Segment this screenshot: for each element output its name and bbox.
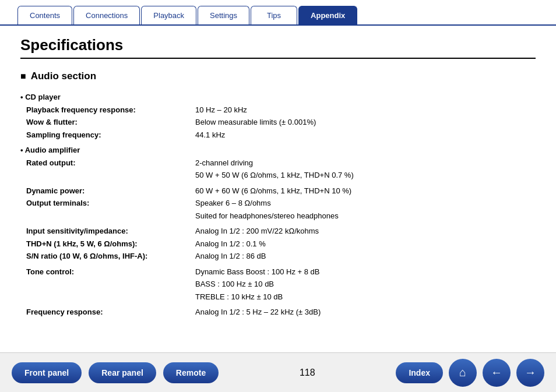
remote-button[interactable]: Remote <box>163 362 219 383</box>
spec-value-sn-ratio: Analog In 1/2 : 86 dB <box>195 250 536 263</box>
spec-label-input-sensitivity: Input sensitivity/impedance: <box>20 222 195 238</box>
bullet-audio-amp: Audio amplifier <box>20 141 536 157</box>
spec-value-wow-flutter: Below measurable limits (± 0.001%) <box>195 116 536 129</box>
spec-label-rated-output: Rated output: <box>20 157 195 169</box>
back-button[interactable]: ← <box>483 359 511 387</box>
bullet-cd-player: CD player <box>20 88 536 104</box>
forward-icon: → <box>525 366 536 379</box>
spec-value-input-sensitivity: Analog In 1/2 : 200 mV/22 kΩ/kohms <box>195 222 536 238</box>
spec-label-wow-flutter: Wow & flutter: <box>20 116 195 129</box>
tab-settings[interactable]: Settings <box>198 6 249 24</box>
spec-row-rated-output-extra: 50 W + 50 W (6 Ω/ohms, 1 kHz, THD+N 0.7 … <box>20 169 536 182</box>
tab-playback[interactable]: Playback <box>141 6 196 24</box>
spec-label-dynamic-power: Dynamic power: <box>20 182 195 197</box>
spec-value-tone-control-extra2: TREBLE : 10 kHz ± 10 dB <box>195 291 536 303</box>
spec-row-input-sensitivity: Input sensitivity/impedance: Analog In 1… <box>20 222 536 238</box>
cd-player-label: CD player <box>20 93 61 101</box>
rear-panel-button[interactable]: Rear panel <box>89 362 156 383</box>
right-icons: ⌂ ← → <box>443 359 544 387</box>
spec-label-sn-ratio: S/N ratio (10 W, 6 Ω/ohms, IHF-A): <box>20 250 195 263</box>
spec-label-sampling-freq: Sampling frequency: <box>20 129 195 142</box>
spec-label-tone-control: Tone control: <box>20 263 195 278</box>
spec-row-playback-freq: Playback frequency response: 10 Hz – 20 … <box>20 104 536 116</box>
spec-row-wow-flutter: Wow & flutter: Below measurable limits (… <box>20 116 536 129</box>
back-icon: ← <box>491 366 502 379</box>
spec-value-dynamic-power: 60 W + 60 W (6 Ω/ohms, 1 kHz, THD+N 10 %… <box>195 182 536 197</box>
tab-tips[interactable]: Tips <box>251 6 297 24</box>
page-number: 118 <box>237 368 377 378</box>
tab-connections[interactable]: Connections <box>73 6 140 24</box>
spec-value-output-terminals-extra: Suited for headphones/stereo headphones <box>195 210 536 223</box>
audio-amp-label: Audio amplifier <box>20 146 80 154</box>
main-content: Specifications Audio section CD player P… <box>0 26 556 324</box>
spec-value-thd: Analog In 1/2 : 0.1 % <box>195 238 536 250</box>
page-title: Specifications <box>20 36 536 59</box>
spec-row-sampling-freq: Sampling frequency: 44.1 kHz <box>20 129 536 142</box>
forward-button[interactable]: → <box>516 359 544 387</box>
spec-label-freq-response: Frequency response: <box>20 303 195 319</box>
spec-row-tone-control: Tone control: Dynamic Bass Boost : 100 H… <box>20 263 536 278</box>
front-panel-button[interactable]: Front panel <box>12 362 82 383</box>
spec-value-sampling-freq: 44.1 kHz <box>195 129 536 142</box>
tab-appendix[interactable]: Appendix <box>298 6 357 24</box>
index-button[interactable]: Index <box>396 362 443 383</box>
spec-value-playback-freq: 10 Hz – 20 kHz <box>195 104 536 116</box>
spec-row-tone-control-extra2: TREBLE : 10 kHz ± 10 dB <box>20 291 536 303</box>
spec-label-thd: THD+N (1 kHz, 5 W, 6 Ω/ohms): <box>20 238 195 250</box>
spec-value-freq-response: Analog In 1/2 : 5 Hz – 22 kHz (± 3dB) <box>195 303 536 319</box>
tab-contents[interactable]: Contents <box>17 6 72 24</box>
spec-label-output-terminals: Output terminals: <box>20 197 195 210</box>
spec-value-tone-control-extra1: BASS : 100 Hz ± 10 dB <box>195 278 536 291</box>
home-button[interactable]: ⌂ <box>449 359 477 387</box>
spec-value-tone-control: Dynamic Bass Boost : 100 Hz + 8 dB <box>195 263 536 278</box>
bottom-bar: Front panel Rear panel Remote 118 Index … <box>0 352 556 392</box>
section-heading-audio: Audio section <box>20 70 536 82</box>
spec-row-output-terminals-extra: Suited for headphones/stereo headphones <box>20 210 536 223</box>
spec-value-output-terminals: Speaker 6 – 8 Ω/ohms <box>195 197 536 210</box>
spec-row-rated-output: Rated output: 2-channel driving <box>20 157 536 169</box>
spec-row-tone-control-extra1: BASS : 100 Hz ± 10 dB <box>20 278 536 291</box>
spec-value-rated-output: 2-channel driving <box>195 157 536 169</box>
home-icon: ⌂ <box>459 366 466 379</box>
spec-row-thd: THD+N (1 kHz, 5 W, 6 Ω/ohms): Analog In … <box>20 238 536 250</box>
spec-row-dynamic-power: Dynamic power: 60 W + 60 W (6 Ω/ohms, 1 … <box>20 182 536 197</box>
spec-row-freq-response: Frequency response: Analog In 1/2 : 5 Hz… <box>20 303 536 319</box>
nav-tabs: Contents Connections Playback Settings T… <box>0 0 556 26</box>
spec-label-playback-freq: Playback frequency response: <box>20 104 195 116</box>
spec-value-rated-output-extra: 50 W + 50 W (6 Ω/ohms, 1 kHz, THD+N 0.7 … <box>195 169 536 182</box>
spec-table: CD player Playback frequency response: 1… <box>20 88 536 319</box>
spec-row-sn-ratio: S/N ratio (10 W, 6 Ω/ohms, IHF-A): Analo… <box>20 250 536 263</box>
spec-row-output-terminals: Output terminals: Speaker 6 – 8 Ω/ohms <box>20 197 536 210</box>
